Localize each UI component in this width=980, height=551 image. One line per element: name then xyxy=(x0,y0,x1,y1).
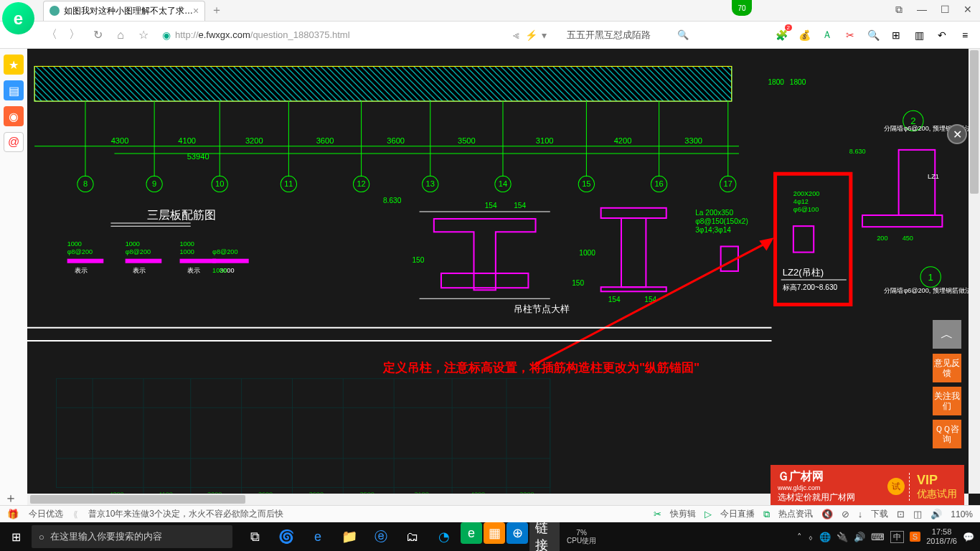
tray-net-icon[interactable]: 🌐 xyxy=(819,532,831,542)
scrollbar-vertical[interactable] xyxy=(969,49,980,494)
mute-icon[interactable]: 🔇 xyxy=(821,509,833,519)
new-tab-button[interactable]: ＋ xyxy=(211,3,222,18)
pip-icon[interactable]: ⊡ xyxy=(897,509,905,519)
sogou-badge[interactable]: S xyxy=(910,532,920,542)
window-maximize-icon[interactable]: ☐ xyxy=(936,2,953,17)
undo-icon[interactable]: ↶ xyxy=(934,27,950,43)
wallet-icon[interactable]: 💰 xyxy=(796,27,812,43)
app-ie-icon[interactable]: ⓔ xyxy=(366,522,396,551)
svg-text:9: 9 xyxy=(152,179,156,188)
search-hint: 五五开黑互怼成陌路 xyxy=(567,29,651,42)
ime-badge[interactable]: 中 xyxy=(890,531,904,543)
cortana-search[interactable]: ○ 在这里输入你要搜索的内容 xyxy=(32,525,232,548)
address-bar[interactable]: ◉ http://e.fwxgx.com/question_1880375.ht… xyxy=(158,25,502,45)
favorite-button[interactable]: ☆ xyxy=(135,27,152,44)
scrollbar-v-thumb[interactable] xyxy=(970,50,979,194)
share-icon[interactable]: ⪡ xyxy=(511,29,521,41)
system-tray: ˄ ⬨ 🌐 🔌 🔊 ⌨ 中 S 17:58 2018/7/6 💬 xyxy=(797,527,980,546)
browser-logo[interactable]: e xyxy=(2,2,34,34)
clock-date: 2018/7/6 xyxy=(926,537,957,546)
svg-text:12: 12 xyxy=(357,179,365,188)
clock-time: 17:58 xyxy=(926,527,957,537)
info-headline[interactable]: 普京10年来连做3个决定，水火不容必欲除之而后快 xyxy=(88,508,283,520)
scrollbar-h-thumb[interactable] xyxy=(30,495,245,504)
dock-favorites-icon[interactable]: ★ xyxy=(4,55,24,75)
dock-mail-icon[interactable]: @ xyxy=(4,132,24,152)
svg-text:10: 10 xyxy=(215,179,224,188)
url-path: /question_1880375.html xyxy=(250,29,350,40)
forward-button[interactable]: 〉 xyxy=(66,27,83,44)
app-orange-icon[interactable]: ▦ xyxy=(484,522,505,544)
magnify-icon[interactable]: 🔍 xyxy=(865,27,881,43)
download-icon[interactable]: ↓ xyxy=(858,509,863,519)
app-swirl-icon[interactable]: 🌀 xyxy=(271,522,301,551)
app-folder-icon[interactable]: 📁 xyxy=(334,522,364,551)
window-close-icon[interactable]: ✕ xyxy=(959,2,976,17)
cad-drawing[interactable]: 8430094100103200113600123600133500143100… xyxy=(27,49,980,505)
scissors-icon[interactable]: ✂ xyxy=(842,27,858,43)
window-pin-icon[interactable]: ⧉ xyxy=(890,2,908,17)
app-q-icon[interactable]: ◔ xyxy=(429,522,459,551)
dock-news-icon[interactable]: ▤ xyxy=(4,80,24,100)
reload-button[interactable]: ↻ xyxy=(89,27,106,44)
overlay-close-icon[interactable]: ✕ xyxy=(947,124,967,144)
tray-power-icon[interactable]: 🔌 xyxy=(837,532,848,542)
follow-button[interactable]: 关注我们 xyxy=(933,387,961,415)
clip-icon[interactable]: ✂ xyxy=(654,509,661,519)
taskview-icon[interactable]: ⧉ xyxy=(240,522,270,551)
svg-text:1800: 1800 xyxy=(768,78,784,86)
left-dock: ★ ▤ ◉ @ xyxy=(0,49,27,508)
clock[interactable]: 17:58 2018/7/6 xyxy=(926,527,957,546)
app-explorer-icon[interactable]: 🗂 xyxy=(397,522,428,551)
tray-keyboard-icon[interactable]: ⌨ xyxy=(871,532,885,542)
speed-icon[interactable]: ⚡ xyxy=(525,29,537,41)
dock-weibo-icon[interactable]: ◉ xyxy=(4,106,24,126)
hot-icon[interactable]: ⧉ xyxy=(763,509,770,520)
promo-banner[interactable]: Ｇ广材网 www.gldjc.com 选材定价就用广材网 试 VIP 优惠试用 xyxy=(771,465,964,505)
live-icon[interactable]: ▷ xyxy=(705,509,712,519)
menu-icon[interactable]: ≡ xyxy=(957,27,973,43)
feedback-button[interactable]: 意见反馈 xyxy=(933,354,961,382)
svg-text:4φ12: 4φ12 xyxy=(793,198,809,205)
window-minimize-icon[interactable]: — xyxy=(913,2,930,17)
svg-text:φ8@200: φ8@200 xyxy=(212,248,237,255)
search-icon[interactable]: 🔍 xyxy=(677,29,689,40)
live-today[interactable]: 今日直播 xyxy=(720,508,755,520)
dock-add-button[interactable]: ＋ xyxy=(4,489,17,507)
app-puzzle-icon[interactable]: 🧩 xyxy=(773,27,789,43)
start-button[interactable]: ⊞ xyxy=(0,522,32,551)
task-label-link[interactable]: 链接 xyxy=(529,522,560,551)
scroll-top-button[interactable]: ︿ xyxy=(933,320,961,349)
speaker-icon[interactable]: 🔊 xyxy=(930,509,942,519)
split-icon[interactable]: ◫ xyxy=(913,509,922,519)
tray-shield-icon[interactable]: ⬨ xyxy=(808,532,814,542)
tray-volume-icon[interactable]: 🔊 xyxy=(854,532,865,542)
download-label[interactable]: 下载 xyxy=(871,508,888,520)
translate-icon[interactable]: Ａ xyxy=(819,27,835,43)
search-input[interactable]: 五五开黑互怼成陌路 🔍 xyxy=(567,26,689,44)
block-icon[interactable]: ⊘ xyxy=(842,509,849,519)
cpu-meter[interactable]: 7% CPU使用 xyxy=(567,529,596,545)
app-360-icon[interactable]: e xyxy=(461,522,482,544)
tab-close-icon[interactable]: × xyxy=(193,5,199,17)
dropdown-icon[interactable]: ▾ xyxy=(542,29,547,41)
panel-icon[interactable]: ▥ xyxy=(911,27,927,43)
cpu-label: CPU使用 xyxy=(567,537,596,545)
tab-active[interactable]: 如图我对这种小图理解不太了求… × xyxy=(43,1,205,21)
tray-up-icon[interactable]: ˄ xyxy=(797,532,802,542)
quick-clip[interactable]: 快剪辑 xyxy=(670,508,696,520)
app-blue-icon[interactable]: ⊕ xyxy=(507,522,528,544)
info-today[interactable]: 今日优选 xyxy=(29,508,63,520)
site-identity-icon: ◉ xyxy=(162,29,171,41)
apps-icon[interactable]: ⊞ xyxy=(888,27,904,43)
accelerator-badge[interactable]: 70 xyxy=(732,0,752,16)
zoom-level[interactable]: 110% xyxy=(951,509,973,519)
svg-text:3300: 3300 xyxy=(684,136,702,145)
app-edge-icon[interactable]: e xyxy=(303,522,333,551)
notifications-icon[interactable]: 💬 xyxy=(963,532,974,542)
hot-news[interactable]: 热点资讯 xyxy=(778,508,813,520)
qq-consult-button[interactable]: ＱＱ咨询 xyxy=(933,420,961,448)
gift-icon[interactable]: 🎁 xyxy=(7,509,19,519)
back-button[interactable]: 〈 xyxy=(43,27,60,44)
home-button[interactable]: ⌂ xyxy=(112,27,129,44)
